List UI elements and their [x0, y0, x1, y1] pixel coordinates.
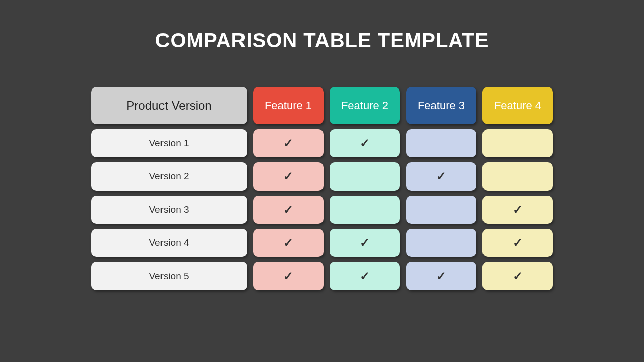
- row-label: Version 5: [91, 262, 247, 290]
- cell-feature-1: ✓: [253, 162, 324, 191]
- check-icon: ✓: [283, 136, 293, 150]
- cell-feature-3: ✓: [406, 162, 476, 191]
- table-row: Version 4 ✓ ✓ ✓: [91, 229, 553, 257]
- cell-feature-4: [482, 162, 553, 191]
- row-label: Version 3: [91, 196, 247, 224]
- header-feature-4: Feature 4: [482, 87, 553, 124]
- table-row: Version 3 ✓ ✓: [91, 196, 553, 224]
- check-icon: ✓: [283, 236, 293, 250]
- cell-feature-4: ✓: [482, 196, 553, 224]
- cell-feature-3: [406, 196, 476, 224]
- cell-feature-3: [406, 229, 476, 257]
- cell-feature-1: ✓: [253, 129, 324, 157]
- check-icon: ✓: [436, 269, 446, 283]
- cell-feature-1: ✓: [253, 196, 324, 224]
- cell-feature-2: [330, 196, 400, 224]
- row-label: Version 1: [91, 129, 247, 157]
- cell-feature-2: ✓: [330, 129, 400, 157]
- cell-feature-1: ✓: [253, 229, 324, 257]
- header-feature-1: Feature 1: [253, 87, 324, 124]
- check-icon: ✓: [360, 236, 370, 250]
- cell-feature-2: [330, 162, 400, 191]
- header-row: Product Version Feature 1 Feature 2 Feat…: [91, 87, 553, 124]
- page-title: COMPARISON TABLE TEMPLATE: [155, 29, 489, 52]
- check-icon: ✓: [360, 269, 370, 283]
- check-icon: ✓: [513, 203, 523, 217]
- cell-feature-1: ✓: [253, 262, 324, 290]
- check-icon: ✓: [513, 269, 523, 283]
- header-feature-3: Feature 3: [406, 87, 476, 124]
- cell-feature-4: ✓: [482, 229, 553, 257]
- cell-feature-4: ✓: [482, 262, 553, 290]
- row-label: Version 2: [91, 162, 247, 191]
- cell-feature-4: [482, 129, 553, 157]
- cell-feature-2: ✓: [330, 229, 400, 257]
- header-feature-2: Feature 2: [330, 87, 400, 124]
- cell-feature-3: ✓: [406, 262, 476, 290]
- row-label: Version 4: [91, 229, 247, 257]
- header-product-version: Product Version: [91, 87, 247, 124]
- table-row: Version 2 ✓ ✓: [91, 162, 553, 191]
- comparison-table: Product Version Feature 1 Feature 2 Feat…: [91, 87, 553, 290]
- table-row: Version 1 ✓ ✓: [91, 129, 553, 157]
- table-row: Version 5 ✓ ✓ ✓ ✓: [91, 262, 553, 290]
- cell-feature-3: [406, 129, 476, 157]
- check-icon: ✓: [360, 136, 370, 150]
- cell-feature-2: ✓: [330, 262, 400, 290]
- check-icon: ✓: [283, 269, 293, 283]
- check-icon: ✓: [436, 169, 446, 184]
- check-icon: ✓: [513, 236, 523, 250]
- check-icon: ✓: [283, 203, 293, 217]
- check-icon: ✓: [283, 169, 293, 184]
